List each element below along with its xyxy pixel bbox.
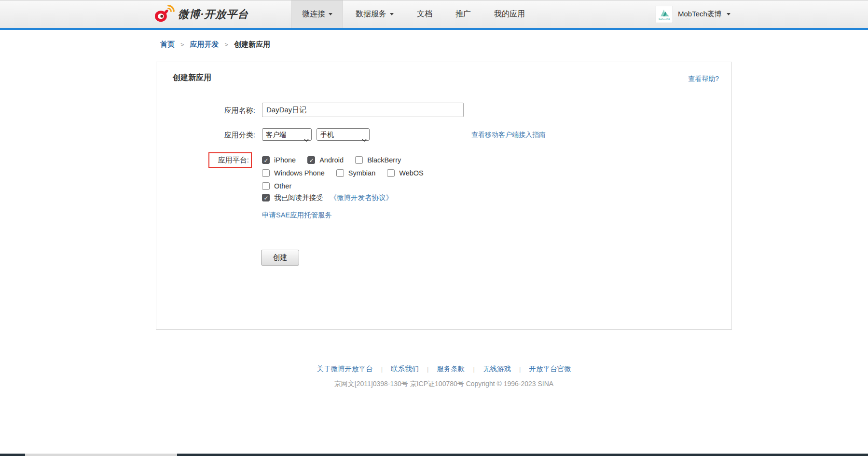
footer-link-wireless-games[interactable]: 无线游戏 [483,365,511,373]
app-category-label: 应用分类: [156,131,255,140]
android-checkbox[interactable] [307,156,315,164]
footer-separator: | [381,365,383,373]
nav-item-label: 我的应用 [494,9,525,19]
category-select[interactable]: 客户端 [262,128,312,141]
nav-item-label: 数据服务 [356,9,386,19]
view-help-link[interactable]: 查看帮助? [688,75,719,83]
subcategory-select[interactable]: 手机 [317,128,370,141]
nav-item-data-services[interactable]: 数据服务 [345,0,404,28]
nav-item-docs[interactable]: 文档 [406,0,443,28]
chevron-down-icon [390,13,394,15]
blackberry-checkbox[interactable] [355,156,363,164]
bottom-edge-bar [0,454,868,456]
bottom-edge-bar-segment [25,454,177,456]
create-button[interactable]: 创建 [261,250,299,266]
platform-option-blackberry[interactable]: BlackBerry [355,156,401,164]
platform-option-symbian[interactable]: Symbian [336,169,375,177]
nav-item-my-apps[interactable]: 我的应用 [483,0,536,28]
category-select-value: 客户端 [266,131,286,138]
chevron-down-icon [362,134,367,145]
chevron-down-icon [727,13,730,15]
platform-row-2: Windows Phone Symbian WebOS [262,168,424,178]
mobtech-logo-icon [658,8,671,18]
other-checkbox[interactable] [262,182,270,190]
checkbox-label: WebOS [399,169,424,177]
checkbox-label: iPhone [274,156,296,164]
footer-separator: | [519,365,521,373]
breadcrumb-separator: > [225,41,229,48]
platform-option-android[interactable]: Android [307,156,344,164]
app-name-input[interactable] [262,103,464,117]
footer-separator: | [473,365,475,373]
weibo-open-platform-logo[interactable]: 微博·开放平台 [154,4,248,25]
checkbox-label: Android [319,156,344,164]
app-platform-label-highlight: 应用平台: [208,152,252,168]
breadcrumb-app-dev[interactable]: 应用开发 [190,40,219,49]
footer-link-official-weibo[interactable]: 开放平台官微 [529,365,571,373]
weibo-eye-icon [154,4,176,25]
chevron-down-icon [329,13,332,15]
create-app-panel: 创建新应用 查看帮助? 应用名称: 应用分类: 客户端 手机 查看移动客户端接入… [156,62,732,330]
nav-item-label: 微连接 [302,9,325,19]
nav-item-weilianjie[interactable]: 微连接 [291,0,343,28]
footer-link-contact[interactable]: 联系我们 [391,365,419,373]
app-name-label: 应用名称: [156,106,255,115]
iphone-checkbox[interactable] [262,156,270,164]
nav-item-label: 文档 [417,9,432,19]
developer-agreement-link[interactable]: 《微博开发者协议》 [330,193,393,202]
webos-checkbox[interactable] [387,169,395,177]
breadcrumb: 首页 > 应用开发 > 创建新应用 [160,40,270,49]
checkbox-label: Symbian [348,169,375,177]
sae-hosting-link[interactable]: 申请SAE应用托管服务 [262,211,332,220]
agreement-option[interactable]: 我已阅读并接受 《微博开发者协议》 [262,193,393,202]
breadcrumb-separator: > [180,41,184,48]
top-navbar: 微博·开放平台 微连接 数据服务 文档 推广 我的应用 MobTech 袤博 [0,0,868,30]
platform-option-windows-phone[interactable]: Windows Phone [262,169,325,177]
user-account-menu[interactable]: MobTech 袤博 MobTech袤博 [656,0,730,28]
checkbox-label: Other [274,182,291,190]
windows-phone-checkbox[interactable] [262,169,270,177]
user-avatar: MobTech 袤博 [656,6,673,23]
footer-links: 关于微博开放平台 | 联系我们 | 服务条款 | 无线游戏 | 开放平台官微 [156,364,732,374]
platform-row-1: iPhone Android BlackBerry [262,155,401,165]
app-platform-label: 应用平台: [218,156,249,165]
agreement-checkbox[interactable] [262,194,270,201]
copyright-text: 京网文[2011]0398-130号 京ICP证100780号 Copyrigh… [156,380,732,389]
breadcrumb-current: 创建新应用 [234,40,270,49]
agreement-text: 我已阅读并接受 [274,193,323,202]
avatar-caption: MobTech 袤博 [659,18,670,20]
footer-separator: | [427,365,428,373]
nav-item-label: 推广 [455,9,471,19]
checkbox-label: Windows Phone [274,169,325,177]
breadcrumb-home[interactable]: 首页 [160,40,175,49]
footer-link-terms[interactable]: 服务条款 [437,365,465,373]
main-nav: 微连接 数据服务 文档 推广 我的应用 [291,0,537,28]
page-footer: 关于微博开放平台 | 联系我们 | 服务条款 | 无线游戏 | 开放平台官微 京… [156,364,732,389]
mobile-client-guide-link[interactable]: 查看移动客户端接入指南 [471,131,546,139]
logo-text: 微博·开放平台 [178,7,248,22]
agreement-row: 我已阅读并接受 《微博开发者协议》 [262,193,393,202]
platform-row-3: Other [262,181,291,191]
symbian-checkbox[interactable] [336,169,344,177]
user-name: MobTech袤博 [678,10,722,19]
nav-item-promotion[interactable]: 推广 [445,0,482,28]
page-title: 创建新应用 [173,73,211,83]
footer-link-about[interactable]: 关于微博开放平台 [317,365,373,373]
subcategory-select-value: 手机 [320,131,334,138]
platform-option-other[interactable]: Other [262,182,291,190]
platform-option-webos[interactable]: WebOS [387,169,424,177]
chevron-down-icon [304,134,309,145]
checkbox-label: BlackBerry [367,156,401,164]
platform-option-iphone[interactable]: iPhone [262,156,296,164]
